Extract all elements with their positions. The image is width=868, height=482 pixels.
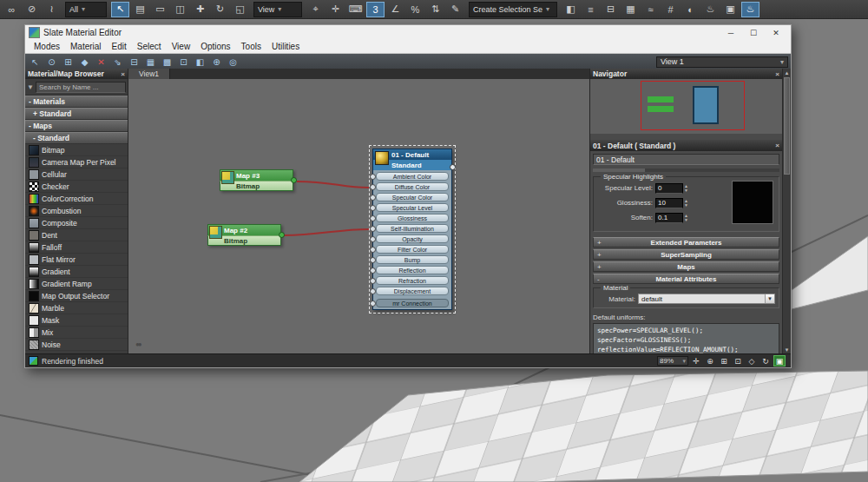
material-input-slot[interactable]: Opacity <box>376 234 449 243</box>
material-input-slot[interactable]: Filter Color <box>376 245 449 254</box>
show-shaded-material-icon[interactable]: ◧ <box>193 56 207 69</box>
parameter-panel-header[interactable]: 01 - Default ( Standard ) × <box>590 140 782 151</box>
menu-item[interactable]: Edit <box>107 42 132 51</box>
rendered-frame-icon[interactable]: ▣ <box>721 2 740 17</box>
rollout-bar[interactable]: + SuperSampling <box>593 249 779 260</box>
layout-all-icon[interactable]: ⊡ <box>176 56 191 69</box>
node-canvas[interactable]: Map #3 Bitmap Map #2 Bitmap 01 - Default… <box>128 79 589 353</box>
spinner-down-icon[interactable] <box>684 203 688 208</box>
map-list-item[interactable]: Checker <box>25 181 128 193</box>
active-view-dropdown[interactable]: View 1 <box>656 56 788 68</box>
material-name-field[interactable]: 01 - Default <box>593 154 779 165</box>
hide-unused-nodeslots-icon[interactable]: ⊟ <box>127 56 141 69</box>
zoom-icon[interactable]: ⊕ <box>704 355 716 366</box>
map-list-item[interactable]: Cellular <box>25 168 128 181</box>
map-list-item[interactable]: Map Output Selector <box>25 290 128 302</box>
menu-item[interactable]: Select <box>132 42 167 51</box>
map-list-item[interactable]: Bitmap <box>25 144 128 156</box>
map-list-item[interactable]: Mix <box>25 327 128 339</box>
close-button[interactable]: ✕ <box>765 27 787 39</box>
angle-snap-icon[interactable]: ∠ <box>386 2 404 17</box>
map-list-item[interactable]: Flat Mirror <box>25 254 128 266</box>
pick-material-from-object-icon[interactable]: ⊙ <box>44 56 59 69</box>
rollout-bar[interactable]: + Extended Parameters <box>593 237 779 248</box>
map-list-item[interactable]: Composite <box>25 217 128 229</box>
menu-item[interactable]: Options <box>195 42 235 51</box>
spinner-snap-icon[interactable]: ⇅ <box>426 2 444 17</box>
output-connector[interactable] <box>279 232 285 238</box>
orbit-icon[interactable]: ↻ <box>760 355 772 366</box>
map-list-item[interactable]: Noise <box>25 339 128 351</box>
navigator-header[interactable]: Navigator × <box>590 69 782 79</box>
unlink-selection-icon[interactable]: ⊘ <box>23 2 41 17</box>
map-list-item[interactable]: Gradient Ramp <box>25 278 128 290</box>
zoom-region-icon[interactable]: ⊡ <box>732 355 744 366</box>
render-production-icon[interactable]: ♨ <box>741 2 760 17</box>
parameter-value-field[interactable]: 0 <box>655 183 683 194</box>
search-input[interactable]: Search by Name ... <box>36 82 126 93</box>
select-tool-icon[interactable]: ↖ <box>28 56 43 69</box>
group-maps[interactable]: - Maps <box>25 120 128 132</box>
scroll-down-icon[interactable] <box>785 346 790 353</box>
spinner-control[interactable] <box>684 199 688 208</box>
mr-connection-slot[interactable]: mr Connection <box>376 299 449 307</box>
spinner-down-icon[interactable] <box>684 188 688 193</box>
menu-item[interactable]: Tools <box>236 42 266 51</box>
material-input-slot[interactable]: Diffuse Color <box>376 182 449 191</box>
material-editor-icon[interactable]: ◐ <box>681 2 700 17</box>
scroll-up-icon[interactable] <box>785 69 790 76</box>
edit-selection-set-icon[interactable]: ✎ <box>446 2 464 17</box>
node-material-01-default[interactable]: 01 - Default Standard Ambient ColorDiffu… <box>372 149 452 310</box>
delete-selected-icon[interactable]: ✕ <box>94 56 108 69</box>
spinner-control[interactable] <box>684 214 688 222</box>
maximize-button[interactable]: ☐ <box>742 27 765 39</box>
curve-editor-icon[interactable]: ≈ <box>641 2 660 17</box>
vscrollbar-thumb[interactable] <box>784 77 790 175</box>
parameter-vscrollbar[interactable] <box>782 69 791 353</box>
navigator-close-icon[interactable]: × <box>773 70 779 78</box>
map-list-item[interactable]: Camera Map Per Pixel <box>25 156 128 168</box>
menu-item[interactable]: Modes <box>29 42 65 51</box>
wire-map3-diffuse[interactable] <box>297 182 369 188</box>
select-and-rotate-icon[interactable]: ↻ <box>211 2 229 17</box>
assign-material-to-selection-icon[interactable]: ◆ <box>77 56 92 69</box>
window-titlebar[interactable]: Slate Material Editor ─ ☐ ✕ <box>25 25 791 40</box>
select-and-move-icon[interactable]: ✚ <box>191 2 209 17</box>
render-setup-icon[interactable]: ♨ <box>701 2 720 17</box>
parameter-panel-close-icon[interactable]: × <box>773 142 779 149</box>
menu-item[interactable]: View <box>167 42 196 51</box>
group-materials[interactable]: - Materials <box>25 96 128 108</box>
parameter-hscrollbar[interactable] <box>593 168 779 172</box>
field-of-view-icon[interactable]: ◇ <box>746 355 758 366</box>
view-tab[interactable]: View1 <box>128 69 170 79</box>
browser-header[interactable]: Material/Map Browser × <box>25 69 128 79</box>
selection-filter-dropdown[interactable]: All <box>65 2 107 17</box>
navigator-minimap[interactable] <box>590 79 782 134</box>
menu-item[interactable]: Material <box>65 42 107 51</box>
material-select-dropdown[interactable]: default ▼ <box>638 294 775 304</box>
material-input-slot[interactable]: Bump <box>376 255 449 264</box>
rollout-bar[interactable]: - Material Attributes <box>593 274 779 284</box>
named-selection-dropdown[interactable]: Create Selection Se <box>469 2 557 17</box>
coordinate-system-dropdown[interactable]: View <box>253 2 302 17</box>
search-filter-icon[interactable]: ▼ <box>27 83 34 91</box>
map-list-item[interactable]: Dent <box>25 229 128 241</box>
select-and-link-icon[interactable]: ∞ <box>3 2 21 17</box>
group-materials-standard[interactable]: + Standard <box>25 108 128 120</box>
chevron-down-icon[interactable]: ▼ <box>765 294 774 303</box>
minimize-button[interactable]: ─ <box>720 27 742 39</box>
rollout-bar[interactable]: + Maps <box>593 261 779 272</box>
material-input-slot[interactable]: Refraction <box>376 276 449 285</box>
menu-item[interactable]: Utilities <box>266 42 305 51</box>
node-map3[interactable]: Map #3 Bitmap <box>220 169 293 191</box>
align-icon[interactable]: ≡ <box>582 2 600 17</box>
bind-to-spacewarp-icon[interactable]: ≀ <box>43 2 61 17</box>
material-id-channel-icon[interactable]: ◎ <box>226 56 240 69</box>
put-to-library-icon[interactable]: ⊞ <box>61 56 76 69</box>
zoom-percent-dropdown[interactable]: 89% <box>657 356 688 366</box>
material-input-slot[interactable]: Specular Level <box>376 203 449 212</box>
use-pivot-center-icon[interactable]: ⌖ <box>306 2 325 17</box>
snap-toggle-3d-icon[interactable]: 3 <box>366 2 385 17</box>
zoom-extents-icon[interactable]: ⊞ <box>718 355 730 366</box>
show-background-icon[interactable]: ▩ <box>160 56 174 69</box>
